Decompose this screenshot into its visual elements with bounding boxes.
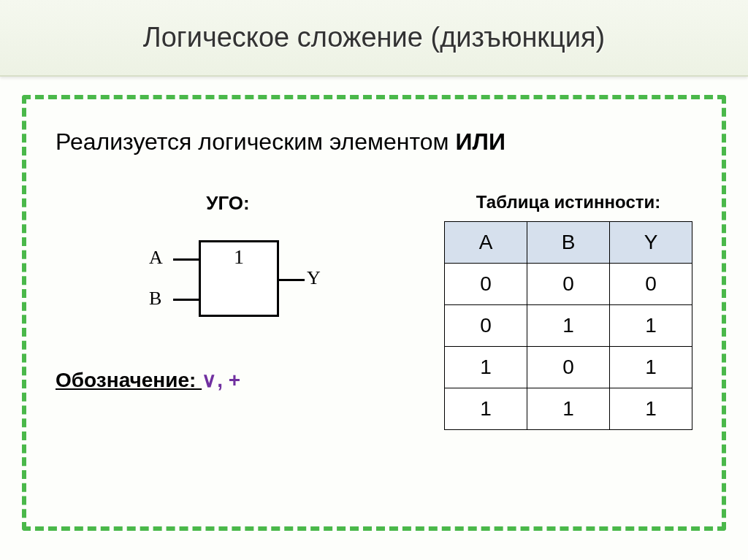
gate-box: 1 [199,240,279,317]
col-b-header: B [527,222,610,264]
cell: 1 [445,388,527,430]
cell: 1 [445,347,527,388]
right-column: Таблица истинности: A B Y 0 0 0 [444,192,692,430]
notation-line: Обозначение: ∨, + [56,368,400,392]
wire-output-y [279,279,305,281]
truth-table: A B Y 0 0 0 0 1 1 [444,221,692,430]
subtitle: Реализуется логическим элементом ИЛИ [56,129,692,156]
wire-input-b [173,299,199,301]
cell: 1 [610,305,692,347]
subtitle-prefix: Реализуется логическим элементом [56,129,455,155]
ugo-label: УГО: [56,192,400,215]
notation-symbols: ∨, + [202,368,240,392]
cell: 0 [445,305,527,347]
cell: 0 [445,264,527,305]
table-row: 0 1 1 [445,305,692,347]
wire-input-a [173,258,199,261]
table-row: 1 1 1 [445,388,692,430]
table-row: 0 0 0 [445,264,692,305]
two-column-layout: УГО: A B 1 Y Обозначение: ∨, + Таблица и… [56,192,692,430]
input-b-label: B [149,288,161,310]
table-row: 1 0 1 [445,347,692,388]
slide-header: Логическое сложение (дизъюнкция) [0,0,748,77]
input-a-label: A [149,247,163,269]
or-gate-diagram: A B 1 Y [133,229,323,339]
subtitle-element-name: ИЛИ [455,129,505,155]
cell: 1 [610,388,692,430]
col-a-header: A [445,222,527,264]
notation-label: Обозначение: [56,369,202,391]
left-column: УГО: A B 1 Y Обозначение: ∨, + [56,192,400,392]
table-header-row: A B Y [445,222,692,264]
col-y-header: Y [610,222,692,264]
cell: 1 [527,388,610,430]
gate-symbol: 1 [234,245,244,269]
cell: 0 [527,347,610,388]
truth-table-title: Таблица истинности: [444,192,692,212]
slide-title: Логическое сложение (дизъюнкция) [15,22,733,53]
cell: 0 [610,264,692,305]
output-y-label: Y [307,267,321,289]
cell: 1 [610,347,692,388]
content-box: Реализуется логическим элементом ИЛИ УГО… [22,95,726,531]
cell: 1 [527,305,610,347]
cell: 0 [527,264,610,305]
